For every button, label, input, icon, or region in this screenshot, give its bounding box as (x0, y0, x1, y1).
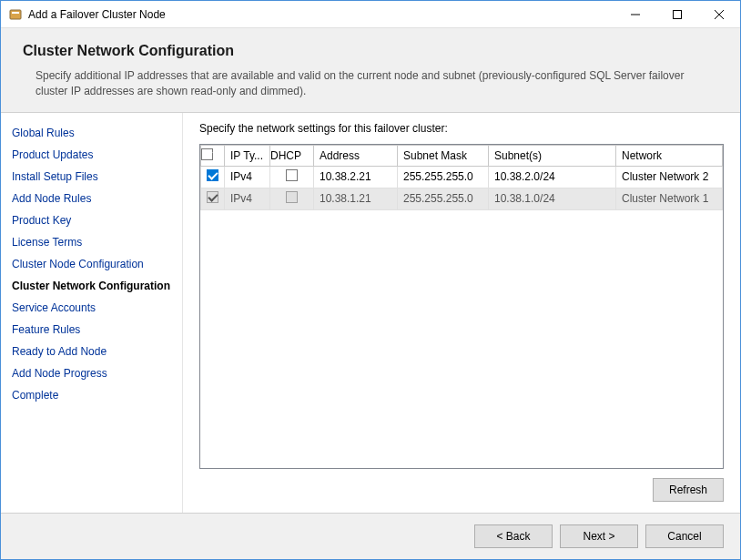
cancel-button[interactable]: Cancel (645, 524, 724, 548)
page-description: Specify additional IP addresses that are… (23, 68, 718, 99)
dhcp-checkbox (286, 191, 298, 203)
app-icon (8, 7, 23, 22)
col-header-address[interactable]: Address (314, 145, 398, 166)
cell-address: 10.38.1.21 (314, 188, 398, 209)
cell-subnets: 10.38.2.0/24 (489, 166, 616, 188)
cell-mask: 255.255.255.0 (398, 166, 489, 188)
sidebar-step[interactable]: Add Node Progress (12, 362, 182, 384)
cell-network: Cluster Network 2 (616, 166, 723, 188)
page-title: Cluster Network Configuration (23, 43, 718, 59)
content-area: Global RulesProduct UpdatesInstall Setup… (1, 113, 740, 513)
sidebar-step[interactable]: Cluster Network Configuration (12, 275, 182, 297)
network-row: IPv410.38.1.21255.255.255.010.38.1.0/24C… (201, 188, 723, 209)
svg-rect-3 (674, 10, 682, 18)
next-button[interactable]: Next > (560, 524, 638, 548)
cell-mask: 255.255.255.0 (398, 188, 489, 209)
window-buttons (614, 1, 740, 27)
sidebar-step[interactable]: Feature Rules (12, 319, 182, 341)
sidebar-step[interactable]: Service Accounts (12, 297, 182, 319)
cell-network: Cluster Network 1 (616, 188, 723, 209)
main-panel: Specify the network settings for this fa… (183, 113, 740, 513)
svg-rect-0 (10, 10, 21, 19)
col-header-select[interactable] (201, 145, 225, 166)
row-checkbox (207, 191, 218, 203)
window-title: Add a Failover Cluster Node (28, 8, 614, 21)
col-header-dhcp[interactable]: DHCP (270, 145, 314, 166)
svg-rect-1 (12, 12, 19, 14)
col-header-subnets[interactable]: Subnet(s) (489, 145, 616, 166)
select-all-checkbox[interactable] (201, 148, 213, 160)
sidebar-step[interactable]: Cluster Node Configuration (12, 253, 182, 275)
back-button[interactable]: < Back (474, 524, 553, 548)
sidebar-step[interactable]: Complete (12, 384, 182, 406)
sidebar-step[interactable]: Ready to Add Node (12, 341, 182, 362)
sidebar-step[interactable]: Product Key (12, 209, 182, 231)
sidebar-step[interactable]: Global Rules (12, 122, 182, 144)
cell-iptype: IPv4 (225, 188, 270, 209)
network-row[interactable]: IPv410.38.2.21255.255.255.010.38.2.0/24C… (201, 166, 723, 188)
instruction-text: Specify the network settings for this fa… (199, 122, 724, 135)
col-header-mask[interactable]: Subnet Mask (398, 145, 489, 166)
cell-subnets: 10.38.1.0/24 (489, 188, 616, 209)
network-grid-container: IP Ty... DHCP Address Subnet Mask Subnet… (199, 144, 724, 469)
sidebar-step[interactable]: Product Updates (12, 144, 182, 166)
row-checkbox[interactable] (207, 169, 218, 181)
sidebar-step[interactable]: Add Node Rules (12, 188, 182, 209)
close-button[interactable] (698, 1, 740, 27)
network-grid[interactable]: IP Ty... DHCP Address Subnet Mask Subnet… (200, 145, 723, 210)
refresh-row: Refresh (199, 478, 724, 502)
cell-address[interactable]: 10.38.2.21 (314, 166, 398, 188)
maximize-button[interactable] (656, 1, 698, 27)
sidebar-step[interactable]: Install Setup Files (12, 166, 182, 188)
sidebar-step[interactable]: License Terms (12, 231, 182, 253)
minimize-button[interactable] (614, 1, 656, 27)
titlebar: Add a Failover Cluster Node (1, 1, 740, 28)
col-header-iptype[interactable]: IP Ty... (225, 145, 270, 166)
dhcp-checkbox[interactable] (286, 169, 298, 181)
page-header: Cluster Network Configuration Specify ad… (1, 28, 740, 113)
wizard-sidebar: Global RulesProduct UpdatesInstall Setup… (1, 113, 183, 513)
installer-window: Add a Failover Cluster Node Cluster Netw… (0, 0, 741, 560)
wizard-footer: < Back Next > Cancel (1, 513, 740, 559)
refresh-button[interactable]: Refresh (653, 478, 724, 502)
col-header-network[interactable]: Network (616, 145, 723, 166)
cell-iptype: IPv4 (225, 166, 270, 188)
